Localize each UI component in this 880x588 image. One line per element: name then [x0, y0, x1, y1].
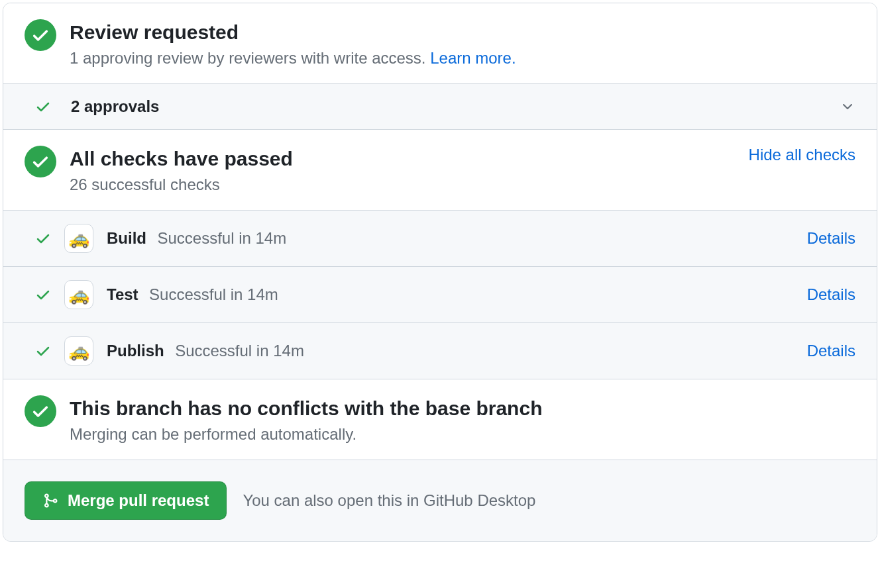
- check-status: Successful in 14m: [175, 342, 304, 360]
- conflicts-subtitle: Merging can be performed automatically.: [70, 425, 855, 444]
- approvals-label: 2 approvals: [71, 97, 820, 116]
- details-link[interactable]: Details: [807, 229, 855, 248]
- check-circle-icon: [25, 146, 56, 177]
- review-subtitle: 1 approving review by reviewers with wri…: [70, 49, 855, 68]
- checkmark-icon: [35, 230, 51, 246]
- ci-provider-icon: 🚕: [64, 336, 93, 366]
- check-text: Build Successful in 14m: [107, 229, 794, 248]
- check-row-build: 🚕 Build Successful in 14m Details: [3, 211, 877, 267]
- review-content: Review requested 1 approving review by r…: [70, 19, 855, 68]
- merge-button-label: Merge pull request: [68, 491, 209, 510]
- merge-panel: Review requested 1 approving review by r…: [3, 3, 877, 542]
- merge-button[interactable]: Merge pull request: [25, 481, 227, 520]
- check-name: Publish: [107, 342, 164, 360]
- checkmark-icon: [35, 287, 51, 303]
- details-link[interactable]: Details: [807, 285, 855, 304]
- ci-provider-icon: 🚕: [64, 280, 93, 309]
- conflicts-title: This branch has no conflicts with the ba…: [70, 395, 855, 421]
- review-title: Review requested: [70, 19, 855, 45]
- review-subtitle-text: 1 approving review by reviewers with wri…: [70, 49, 430, 67]
- check-row-publish: 🚕 Publish Successful in 14m Details: [3, 323, 877, 379]
- merge-section: Merge pull request You can also open thi…: [3, 460, 877, 541]
- check-text: Publish Successful in 14m: [107, 342, 794, 360]
- hide-checks-link[interactable]: Hide all checks: [749, 146, 855, 164]
- check-name: Test: [107, 285, 138, 303]
- checkmark-icon: [35, 343, 51, 359]
- ci-provider-icon: 🚕: [64, 224, 93, 253]
- check-text: Test Successful in 14m: [107, 285, 794, 304]
- checkmark-icon: [35, 99, 51, 115]
- merge-hint: You can also open this in GitHub Desktop: [243, 491, 535, 510]
- review-section: Review requested 1 approving review by r…: [3, 3, 877, 84]
- conflicts-section: This branch has no conflicts with the ba…: [3, 379, 877, 460]
- check-circle-icon: [25, 395, 56, 427]
- check-row-test: 🚕 Test Successful in 14m Details: [3, 267, 877, 323]
- check-name: Build: [107, 229, 146, 247]
- conflicts-content: This branch has no conflicts with the ba…: [70, 395, 855, 444]
- approvals-row[interactable]: 2 approvals: [3, 84, 877, 130]
- chevron-down-icon: [840, 99, 855, 115]
- git-merge-icon: [42, 493, 58, 509]
- details-link[interactable]: Details: [807, 342, 855, 360]
- checks-content: All checks have passed 26 successful che…: [70, 146, 736, 194]
- learn-more-link[interactable]: Learn more.: [430, 49, 516, 67]
- check-circle-icon: [25, 19, 56, 51]
- check-status: Successful in 14m: [157, 229, 286, 247]
- checks-subtitle: 26 successful checks: [70, 175, 736, 194]
- checks-section: All checks have passed 26 successful che…: [3, 130, 877, 211]
- checks-title: All checks have passed: [70, 146, 736, 172]
- check-status: Successful in 14m: [149, 285, 278, 303]
